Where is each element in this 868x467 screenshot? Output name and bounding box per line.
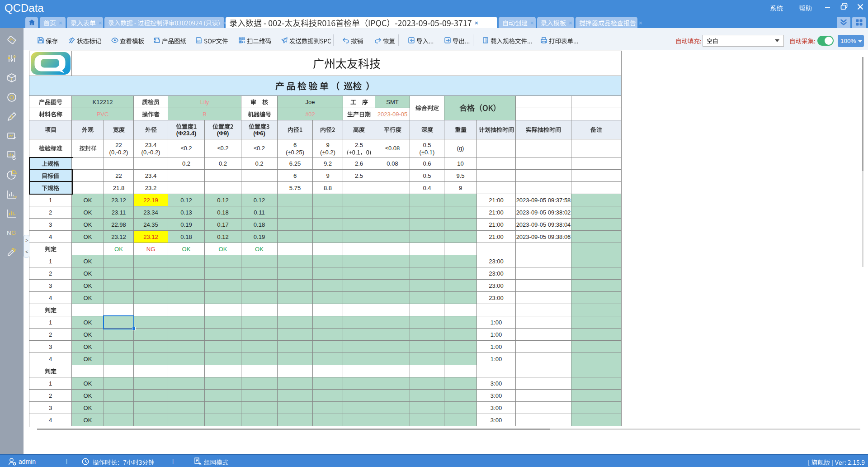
svg-text:G: G (11, 229, 16, 236)
svg-text:N: N (7, 229, 11, 236)
svg-text:CPK: CPK (13, 196, 17, 199)
svg-text:SOP: SOP (197, 39, 202, 42)
